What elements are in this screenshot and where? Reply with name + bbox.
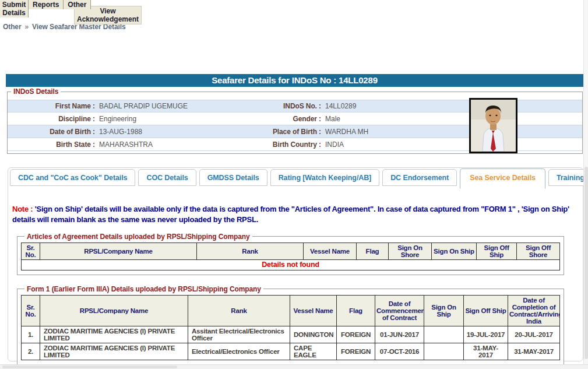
gender-value: Male [321, 115, 582, 123]
dob-value: 13-AUG-1988 [95, 128, 262, 136]
articles-table: Sr. No. RPSL/Company Name Rank Vessel Na… [21, 243, 560, 270]
col-company: RPSL/Company Name [40, 295, 188, 326]
tab-sea-service-details[interactable]: Sea Service Details [460, 168, 545, 189]
tab-training-details[interactable]: Training Details [548, 169, 588, 186]
form1-legend: Form 1 (Earlier Form IIIA) Details uploa… [24, 285, 263, 293]
col-rank: Rank [188, 295, 290, 326]
cell-date-commencement: 01-JUN-2017 [375, 326, 424, 343]
vertical-scrollbar-thumb[interactable] [585, 167, 588, 359]
tab-cdc-coc-cook[interactable]: CDC and "CoC as Cook" Details [10, 169, 135, 186]
indos-details-legend: INDoS Details [11, 87, 61, 96]
cell-sr-no: 2. [22, 343, 40, 360]
main-menubar: Submit Details Reports Other [0, 0, 91, 17]
breadcrumb-section[interactable]: Other [3, 23, 22, 31]
form1-row-1: 1. ZODIAC MARITIME AGENCIES (I) PRIVATE … [22, 326, 560, 343]
menu-item-reports[interactable]: Reports [29, 0, 64, 9]
sign-on-ship-note: Note : 'Sign on Ship' details will be av… [12, 204, 579, 225]
col-sign-off-shore: Sign Off Shore [517, 243, 560, 259]
birth-state-value: MAHARASHTRA [95, 140, 262, 149]
articles-fieldset: Articles of Agreement Details uploaded b… [17, 233, 564, 275]
details-not-found-message: Details not found [22, 259, 560, 270]
col-rank: Rank [197, 243, 304, 259]
indos-no-value: 14LL0289 [321, 102, 582, 110]
col-sign-off-ship: Sign Off Ship [464, 295, 508, 326]
cell-vessel: CAPE EAGLE [290, 343, 337, 360]
first-name-label: First Name : [8, 102, 95, 110]
cell-rank: Assitant Electrical/Electronics Officer [188, 326, 290, 343]
cell-sign-off-ship: 19-JUL-2017 [464, 326, 508, 343]
col-flag: Flag [357, 243, 389, 259]
page-title: Seafarer Details for INDoS No : 14LL0289 [6, 74, 583, 87]
indos-no-label: INDoS No. : [262, 102, 321, 110]
cell-sign-on-ship [424, 343, 464, 360]
seafarer-tabs-panel: CDC and "CoC as Cook" Details COC Detail… [8, 167, 583, 361]
birth-country-label: Birth Country : [262, 140, 321, 149]
note-text: 'Sign on Ship' details will be available… [12, 205, 569, 224]
seafarer-photo-image [471, 100, 516, 152]
pob-label: Place of Birth : [262, 128, 321, 136]
col-date-commencement: Date of Commencement of Contract [375, 295, 424, 326]
cell-sign-on-ship [424, 326, 464, 343]
menu-item-submit-details[interactable]: Submit Details [0, 0, 29, 17]
note-prefix: Note : [12, 205, 33, 213]
col-sign-off-ship: Sign Off Ship [477, 243, 517, 259]
cell-sign-off-ship: 31-MAY-2017 [464, 343, 508, 360]
cell-date-completion: 20-JUL-2017 [508, 326, 560, 343]
cell-flag: FOREIGN [337, 326, 375, 343]
cell-company: ZODIAC MARITIME AGENCIES (I) PRIVATE LIM… [40, 343, 188, 360]
first-name-value: BADAL PRADIP UGEMUGE [95, 102, 262, 110]
cell-date-commencement: 07-OCT-2016 [375, 343, 424, 360]
col-flag: Flag [337, 295, 375, 326]
birth-country-value: INDIA [321, 140, 582, 149]
col-date-completion: Date of Completion of Contract/Arriving … [508, 295, 560, 326]
cell-company: ZODIAC MARITIME AGENCIES (I) PRIVATE LIM… [40, 326, 188, 343]
col-vessel: Vessel Name [290, 295, 337, 326]
breadcrumb-separator: » [22, 23, 33, 31]
articles-legend: Articles of Agreement Details uploaded b… [24, 233, 252, 241]
col-company: RPSL/Company Name [40, 243, 197, 259]
form1-table: Sr. No. RPSL/Company Name Rank Vessel Na… [21, 295, 560, 360]
cell-rank: Electrical/Electronics Officer [188, 343, 290, 360]
discipline-value: Engineering [95, 115, 262, 123]
tab-rating-watchkeeping[interactable]: Rating [Watch Keeping/AB] [270, 169, 380, 186]
discipline-label: Discipline : [8, 115, 95, 123]
pob-value: WARDHA MH [321, 128, 582, 136]
tab-coc-details[interactable]: COC Details [138, 169, 196, 186]
dob-label: Date of Birth : [8, 128, 95, 136]
col-sign-on-ship: Sign On Ship [424, 295, 464, 326]
cell-flag: FOREIGN [337, 343, 375, 360]
cell-date-completion: 31-MAY-2017 [508, 343, 560, 360]
col-sign-on-shore: Sign On Shore [389, 243, 432, 259]
birth-state-label: Birth State : [8, 140, 95, 149]
articles-header-row: Sr. No. RPSL/Company Name Rank Vessel Na… [22, 243, 560, 259]
tab-dc-endorsement[interactable]: DC Endorsement [382, 169, 457, 186]
col-sign-on-ship: Sign On Ship [432, 243, 477, 259]
col-sr-no: Sr. No. [22, 243, 40, 259]
gender-label: Gender : [262, 115, 321, 123]
form1-header-row: Sr. No. RPSL/Company Name Rank Vessel Na… [22, 295, 560, 326]
horizontal-scrollbar[interactable] [0, 364, 588, 369]
tab-list: CDC and "CoC as Cook" Details COC Detail… [8, 168, 583, 189]
seafarer-photo [469, 98, 517, 153]
form1-fieldset: Form 1 (Earlier Form IIIA) Details uploa… [17, 285, 564, 365]
cell-sr-no: 1. [22, 326, 40, 343]
menu-item-other[interactable]: Other [64, 0, 91, 9]
horizontal-scrollbar-thumb[interactable] [2, 366, 177, 368]
col-sr-no: Sr. No. [22, 295, 40, 326]
form1-row-2: 2. ZODIAC MARITIME AGENCIES (I) PRIVATE … [22, 343, 560, 360]
vertical-scrollbar[interactable] [583, 0, 588, 364]
tab-gmdss-details[interactable]: GMDSS Details [199, 169, 267, 186]
articles-empty-row: Details not found [22, 259, 560, 270]
cell-vessel: DONINGTON [290, 326, 337, 343]
col-vessel: Vessel Name [304, 243, 357, 259]
